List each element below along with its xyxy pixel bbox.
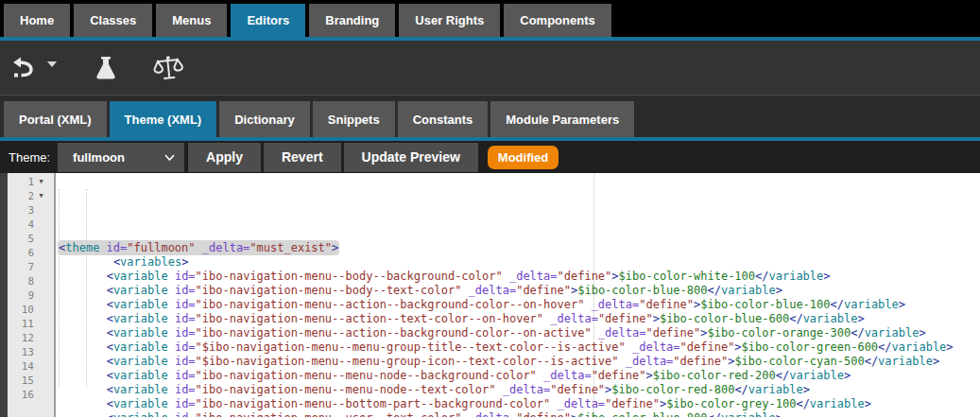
- gutter-line: 3: [0, 203, 54, 218]
- tab-user-rights[interactable]: User Rights: [399, 4, 500, 37]
- code-line[interactable]: <theme id="fullmoon" _delta="must_exist"…: [59, 241, 980, 255]
- tab-constants[interactable]: Constants: [398, 101, 489, 137]
- theme-select[interactable]: fullmoon: [58, 143, 184, 172]
- editor-tab-bar: Portal (XML)Theme (XML)DictionarySnippet…: [0, 96, 980, 137]
- gutter-line: 4: [0, 218, 54, 232]
- theme-label: Theme:: [9, 150, 50, 165]
- gutter-line: 10: [0, 303, 54, 317]
- compare-button[interactable]: [147, 47, 189, 89]
- theme-select-value: fullmoon: [73, 150, 125, 165]
- xml-code-editor[interactable]: 1▼2▼345678910111213141516 <theme id="ful…: [0, 173, 980, 417]
- undo-dropdown-caret-icon[interactable]: [47, 61, 57, 67]
- matching-tag-highlight: <theme id="fullmoon" _delta="must_exist"…: [59, 241, 338, 254]
- code-line[interactable]: <variable id="ibo-navigation-menu--actio…: [59, 326, 980, 340]
- tab-portal-xml[interactable]: Portal (XML): [4, 101, 107, 137]
- update-preview-button[interactable]: Update Preview: [344, 143, 478, 172]
- gutter-line: 1▼: [0, 175, 54, 189]
- apply-button[interactable]: Apply: [188, 143, 261, 172]
- tab-snippets[interactable]: Snippets: [313, 101, 395, 137]
- application-window: HomeClassesMenusEditorsBrandingUser Righ…: [0, 0, 980, 418]
- tab-menus[interactable]: Menus: [156, 4, 227, 37]
- tab-classes[interactable]: Classes: [74, 4, 152, 37]
- code-line[interactable]: <variable id="ibo-navigation-menu--actio…: [59, 298, 980, 312]
- gutter-line: 13: [0, 345, 54, 359]
- test-button[interactable]: [87, 47, 125, 89]
- line-number: 12: [0, 332, 34, 344]
- code-line[interactable]: <variable id="ibo-navigation-menu--user-…: [59, 411, 980, 417]
- tab-editors[interactable]: Editors: [231, 4, 305, 37]
- tab-home[interactable]: Home: [4, 4, 70, 37]
- line-number: 16: [0, 389, 34, 401]
- code-line[interactable]: <variables>: [59, 255, 980, 270]
- code-line[interactable]: <variable id="ibo-navigation-menu--botto…: [59, 397, 980, 411]
- line-number: 9: [0, 289, 34, 302]
- modified-status-badge: Modified: [488, 146, 559, 169]
- gutter-line: 5: [0, 232, 54, 246]
- code-line[interactable]: <variable id="ibo-navigation-menu--body-…: [59, 270, 980, 284]
- line-number-gutter: 1▼2▼345678910111213141516: [0, 173, 56, 417]
- fold-collapse-icon[interactable]: ▼: [34, 189, 48, 203]
- line-number: 11: [0, 318, 34, 330]
- line-number: 10: [0, 304, 34, 316]
- code-area[interactable]: <theme id="fullmoon" _delta="must_exist"…: [56, 173, 980, 417]
- gutter-line: 14: [0, 359, 54, 374]
- code-line[interactable]: <variable id="ibo-navigation-menu--menu-…: [59, 369, 980, 383]
- line-number: 4: [0, 218, 34, 231]
- line-number: 7: [0, 261, 34, 273]
- tab-module-parameters[interactable]: Module Parameters: [490, 101, 634, 137]
- tab-components[interactable]: Components: [504, 4, 610, 37]
- flask-icon: [92, 54, 120, 82]
- line-number: 1: [0, 176, 34, 188]
- line-number: 3: [0, 204, 34, 217]
- code-line[interactable]: <variable id="$ibo-navigation-menu--menu…: [59, 340, 980, 355]
- line-number: 6: [0, 247, 34, 259]
- code-line[interactable]: <variable id="ibo-navigation-menu--menu-…: [59, 383, 980, 397]
- scales-icon: [152, 53, 184, 83]
- toolbar: [0, 41, 980, 96]
- gutter-line: 11: [0, 317, 54, 331]
- tab-branding[interactable]: Branding: [309, 4, 395, 37]
- chevron-down-icon: [164, 154, 175, 161]
- gutter-line: 12: [0, 331, 54, 345]
- gutter-line: 7: [0, 260, 54, 274]
- revert-button[interactable]: Revert: [264, 143, 341, 172]
- undo-icon: [10, 55, 37, 81]
- code-line[interactable]: <variable id="$ibo-navigation-menu--menu…: [59, 355, 980, 369]
- top-tab-bar: HomeClassesMenusEditorsBrandingUser Righ…: [0, 0, 980, 37]
- code-line[interactable]: <variable id="ibo-navigation-menu--body-…: [59, 284, 980, 298]
- gutter-line: 9: [0, 288, 54, 303]
- line-number: 15: [0, 374, 34, 387]
- code-line[interactable]: <variable id="ibo-navigation-menu--actio…: [59, 312, 980, 326]
- undo-button[interactable]: [8, 47, 40, 89]
- gutter-line: 6: [0, 246, 54, 260]
- tab-dictionary[interactable]: Dictionary: [219, 101, 310, 137]
- gutter-line: 2▼: [0, 189, 54, 203]
- gutter-line: 15: [0, 374, 54, 388]
- line-number: 13: [0, 346, 34, 358]
- fold-collapse-icon[interactable]: ▼: [34, 175, 48, 189]
- line-number: 14: [0, 360, 34, 373]
- line-number: 2: [0, 190, 34, 202]
- line-number: 5: [0, 233, 34, 245]
- line-number: 8: [0, 275, 34, 287]
- gutter-line: 16: [0, 388, 54, 402]
- gutter-line: 8: [0, 274, 54, 288]
- tab-theme-xml[interactable]: Theme (XML): [110, 101, 217, 137]
- theme-bar: Theme: fullmoon Apply Revert Update Prev…: [0, 141, 980, 173]
